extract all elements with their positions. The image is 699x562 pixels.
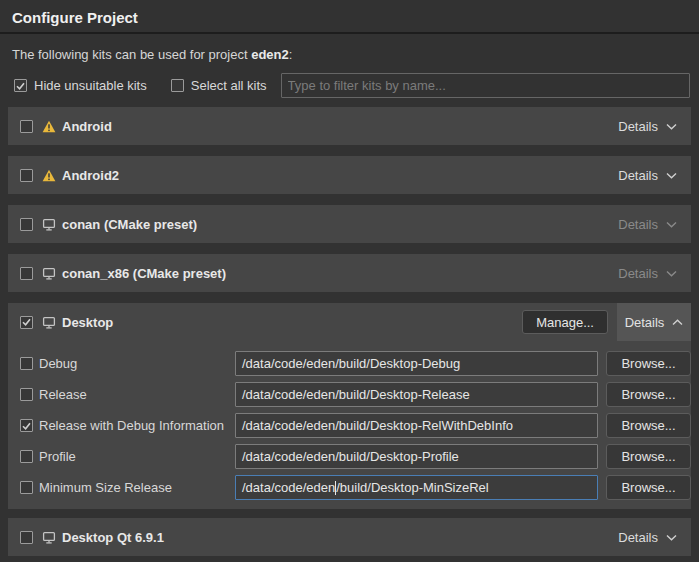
build-config-row-minsizerel: Minimum Size Release /data/code/eden/bui…	[20, 472, 691, 503]
browse-button[interactable]: Browse...	[606, 382, 691, 407]
warning-icon	[42, 120, 56, 133]
build-config-row-profile: Profile /data/code/eden/build/Desktop-Pr…	[20, 441, 691, 472]
kit-checkbox[interactable]	[20, 316, 33, 329]
browse-button[interactable]: Browse...	[606, 413, 691, 438]
kit-checkbox[interactable]	[20, 531, 33, 544]
details-toggle[interactable]: Details	[618, 119, 677, 134]
build-config-label: Release	[39, 387, 235, 402]
kit-row-android2[interactable]: Android2 Details	[8, 156, 691, 194]
details-toggle[interactable]: Details	[618, 530, 677, 545]
build-dir-value: /data/code/eden/build/Desktop-Release	[242, 387, 470, 402]
kit-filter-toolbar: Hide unsuitable kits Select all kits	[14, 73, 690, 98]
build-config-row-relwithdebinfo: Release with Debug Information /data/cod…	[20, 410, 691, 441]
chevron-down-icon	[666, 221, 677, 228]
intro-suffix: :	[289, 47, 293, 62]
build-dir-value: /data/code/eden/build/Desktop-Profile	[242, 449, 459, 464]
details-label: Details	[618, 266, 658, 281]
kit-label: Desktop	[62, 315, 113, 330]
kit-label: conan (CMake preset)	[62, 217, 197, 232]
kit-checkbox[interactable]	[20, 120, 33, 133]
details-label: Details	[618, 217, 658, 232]
browse-button[interactable]: Browse...	[606, 444, 691, 469]
chevron-down-icon	[666, 270, 677, 277]
dialog-header: Configure Project	[0, 0, 699, 34]
warning-icon	[42, 169, 56, 182]
kit-label: Android	[62, 119, 112, 134]
kit-row-desktop-qt[interactable]: Desktop Qt 6.9.1 Details	[8, 518, 691, 556]
kit-row-android[interactable]: Android Details	[8, 107, 691, 145]
details-toggle-expanded[interactable]: Details	[617, 303, 691, 341]
build-config-label: Release with Debug Information	[39, 418, 235, 433]
checkbox-unchecked-icon[interactable]	[171, 79, 184, 92]
chevron-down-icon	[666, 123, 677, 130]
details-label: Details	[625, 315, 665, 330]
build-config-row-debug: Debug /data/code/eden/build/Desktop-Debu…	[20, 348, 691, 379]
intro-prefix: The following kits can be used for proje…	[12, 47, 251, 62]
details-toggle[interactable]: Details	[618, 168, 677, 183]
desktop-icon	[42, 531, 56, 544]
kit-label: Android2	[62, 168, 119, 183]
kit-row-conan[interactable]: conan (CMake preset) Details	[8, 205, 691, 243]
build-dir-input[interactable]: /data/code/eden/build/Desktop-Debug	[235, 351, 598, 376]
build-dir-input[interactable]: /data/code/eden/build/Desktop-RelWithDeb…	[235, 413, 598, 438]
build-dir-value: /data/code/eden	[242, 480, 335, 495]
desktop-icon	[42, 218, 56, 231]
details-label: Details	[618, 119, 658, 134]
hide-unsuitable-kits-checkbox[interactable]: Hide unsuitable kits	[14, 78, 147, 93]
intro-text: The following kits can be used for proje…	[12, 47, 687, 62]
select-all-kits-checkbox[interactable]: Select all kits	[171, 78, 267, 93]
kit-checkbox[interactable]	[20, 267, 33, 280]
select-all-kits-label: Select all kits	[191, 78, 267, 93]
desktop-icon	[42, 267, 56, 280]
build-config-checkbox[interactable]	[20, 419, 33, 432]
browse-button[interactable]: Browse...	[606, 475, 691, 500]
build-config-checkbox[interactable]	[20, 481, 33, 494]
build-dir-input[interactable]: /data/code/eden/build/Desktop-Profile	[235, 444, 598, 469]
chevron-up-icon	[672, 319, 683, 326]
kit-filter-input[interactable]	[281, 73, 690, 98]
build-config-label: Debug	[39, 356, 235, 371]
build-config-row-release: Release /data/code/eden/build/Desktop-Re…	[20, 379, 691, 410]
build-dir-value: /data/code/eden/build/Desktop-RelWithDeb…	[242, 418, 513, 433]
build-config-checkbox[interactable]	[20, 388, 33, 401]
kit-block-desktop: Desktop Manage... Details Debug /data/co…	[8, 303, 691, 509]
kit-row-desktop[interactable]: Desktop Manage... Details	[8, 303, 691, 341]
desktop-icon	[42, 316, 56, 329]
kit-checkbox[interactable]	[20, 169, 33, 182]
kit-row-conan-x86[interactable]: conan_x86 (CMake preset) Details	[8, 254, 691, 292]
kit-checkbox[interactable]	[20, 218, 33, 231]
details-toggle: Details	[618, 217, 677, 232]
checkbox-checked-icon[interactable]	[14, 79, 27, 92]
kit-label: Desktop Qt 6.9.1	[62, 530, 164, 545]
build-dir-value: /build/Desktop-MinSizeRel	[336, 480, 488, 495]
chevron-down-icon	[666, 172, 677, 179]
hide-unsuitable-kits-label: Hide unsuitable kits	[34, 78, 147, 93]
build-dir-input-focused[interactable]: /data/code/eden/build/Desktop-MinSizeRel	[235, 475, 598, 500]
desktop-build-configs: Debug /data/code/eden/build/Desktop-Debu…	[8, 341, 691, 509]
build-config-checkbox[interactable]	[20, 450, 33, 463]
details-label: Details	[618, 168, 658, 183]
build-config-label: Profile	[39, 449, 235, 464]
browse-button[interactable]: Browse...	[606, 351, 691, 376]
details-label: Details	[618, 530, 658, 545]
build-dir-input[interactable]: /data/code/eden/build/Desktop-Release	[235, 382, 598, 407]
build-config-checkbox[interactable]	[20, 357, 33, 370]
build-dir-value: /data/code/eden/build/Desktop-Debug	[242, 356, 460, 371]
manage-button[interactable]: Manage...	[522, 310, 608, 334]
details-toggle: Details	[618, 266, 677, 281]
build-config-label: Minimum Size Release	[39, 480, 235, 495]
kit-list: Android Details Android2 Details conan (…	[8, 107, 691, 556]
kit-label: conan_x86 (CMake preset)	[62, 266, 226, 281]
project-name: eden2	[251, 47, 289, 62]
chevron-down-icon	[666, 534, 677, 541]
page-title: Configure Project	[12, 9, 687, 26]
